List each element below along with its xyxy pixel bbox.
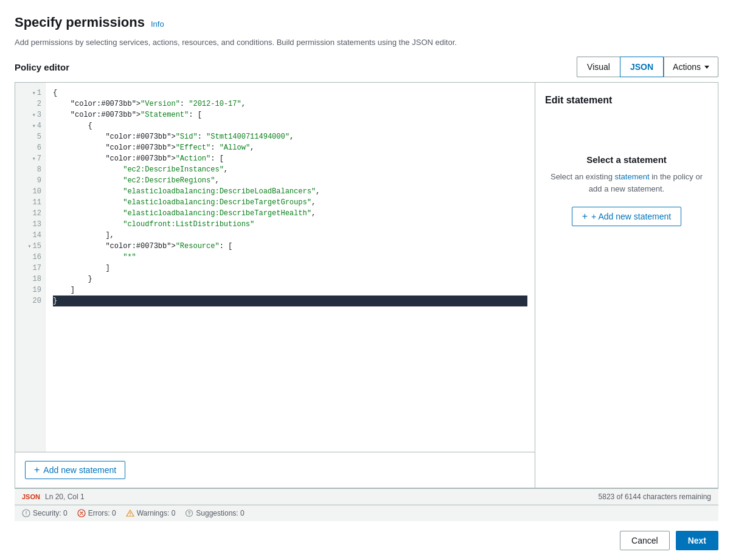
security-item: Security: 0 (22, 509, 68, 517)
warnings-item: Warnings: 0 (126, 509, 176, 517)
suggestions-label: Suggestions: 0 (196, 509, 244, 517)
json-badge: JSON (22, 493, 40, 500)
editor-buttons: Visual JSON Actions (577, 57, 718, 77)
security-icon (22, 509, 30, 517)
code-area[interactable]: ▾12▾3▾456▾7891011121314▾151617181920 { "… (15, 83, 535, 452)
line-numbers: ▾12▾3▾456▾7891011121314▾151617181920 (15, 83, 46, 452)
status-bar: JSON Ln 20, Col 1 5823 of 6144 character… (15, 488, 718, 505)
add-statement-button-bottom[interactable]: + Add new statement (25, 461, 125, 479)
svg-point-1 (26, 514, 26, 515)
page-container: Specify permissions Info Add permissions… (0, 0, 733, 560)
security-label: Security: 0 (33, 509, 68, 517)
plus-icon-panel: + (582, 212, 588, 221)
select-statement-section: Select a statement Select an existing st… (545, 154, 708, 226)
warnings-icon (126, 509, 134, 517)
suggestions-item: Suggestions: 0 (185, 509, 244, 517)
status-chars-remaining: 5823 of 6144 characters remaining (599, 493, 711, 501)
plus-icon: + (34, 465, 40, 475)
cancel-button[interactable]: Cancel (620, 531, 670, 550)
info-link[interactable]: Info (151, 19, 164, 29)
code-editor-section: ▾12▾3▾456▾7891011121314▾151617181920 { "… (15, 83, 535, 488)
visual-button[interactable]: Visual (577, 57, 620, 77)
policy-editor-label: Policy editor (15, 62, 69, 72)
select-statement-label: Select a statement (586, 154, 667, 165)
svg-point-3 (130, 515, 130, 516)
page-description: Add permissions by selecting services, a… (15, 38, 718, 47)
suggestions-icon (185, 509, 193, 517)
status-position: Ln 20, Col 1 (45, 493, 85, 501)
code-content[interactable]: { "color:#0073bb">"Version": "2012-10-17… (46, 83, 535, 452)
editor-main: ▾12▾3▾456▾7891011121314▾151617181920 { "… (15, 82, 718, 488)
select-statement-desc: Select an existing statement in the poli… (545, 171, 708, 195)
chevron-down-icon (704, 66, 709, 69)
edit-statement-title: Edit statement (545, 95, 708, 106)
policy-editor-header: Policy editor Visual JSON Actions (15, 57, 718, 77)
warnings-label: Warnings: 0 (137, 509, 176, 517)
add-statement-label-bottom: Add new statement (43, 465, 116, 475)
validation-bar: Security: 0 Errors: 0 Warnings: 0 Sugg (15, 505, 718, 521)
page-title: Specify permissions (15, 15, 145, 30)
actions-label: Actions (673, 62, 701, 72)
errors-item: Errors: 0 (77, 509, 116, 517)
statement-link[interactable]: statement (614, 172, 649, 181)
add-new-statement-button[interactable]: + + Add new statement (572, 207, 681, 226)
json-button[interactable]: JSON (620, 57, 664, 77)
errors-label: Errors: 0 (88, 509, 116, 517)
svg-point-5 (189, 515, 190, 516)
add-statement-bar: + Add new statement (15, 452, 535, 488)
actions-button[interactable]: Actions (664, 57, 718, 77)
next-button[interactable]: Next (676, 531, 718, 550)
footer-actions: Cancel Next (15, 521, 718, 560)
errors-icon (77, 509, 86, 517)
edit-statement-panel: Edit statement Select a statement Select… (535, 83, 718, 488)
add-new-statement-label: + Add new statement (591, 212, 671, 221)
